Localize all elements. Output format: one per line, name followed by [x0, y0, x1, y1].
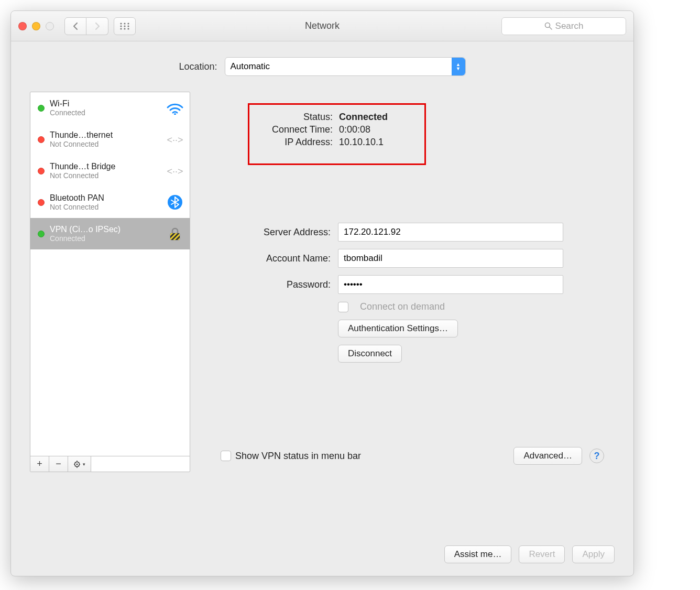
assist-me-button[interactable]: Assist me… — [444, 545, 512, 563]
interface-name: Thunde…thernet — [50, 130, 160, 140]
connect-on-demand-label: Connect on demand — [360, 301, 445, 312]
svg-point-9 — [545, 23, 550, 28]
svg-point-4 — [124, 25, 125, 27]
connect-time-value: 0:00:08 — [339, 124, 417, 135]
svg-rect-16 — [170, 233, 180, 240]
interface-status: Connected — [50, 234, 160, 243]
forward-button[interactable] — [86, 17, 108, 35]
zoom-window-button[interactable] — [46, 22, 54, 30]
svg-point-2 — [127, 23, 129, 24]
svg-point-5 — [127, 25, 129, 27]
bluetooth-icon — [166, 194, 184, 210]
interface-name: Thunde…t Bridge — [50, 162, 160, 171]
chevron-down-icon: ▾ — [83, 462, 85, 467]
account-name-label: Account Name: — [221, 253, 331, 264]
interface-status: Connected — [50, 108, 160, 117]
ethernet-icon: <··> — [166, 163, 184, 179]
svg-line-28 — [79, 462, 80, 463]
svg-point-11 — [174, 113, 176, 115]
status-dot-icon — [38, 199, 45, 206]
status-highlight-box: Status:Connected Connect Time:0:00:08 IP… — [248, 103, 426, 165]
location-select[interactable]: Automatic ▲▼ — [225, 57, 466, 76]
svg-line-26 — [79, 465, 80, 466]
status-value: Connected — [339, 112, 417, 123]
sidebar-footer: + − ▾ — [30, 456, 190, 472]
status-label: Status: — [257, 112, 333, 123]
add-interface-button[interactable]: + — [30, 456, 49, 472]
back-button[interactable] — [64, 17, 86, 35]
ethernet-icon: <··> — [166, 132, 184, 147]
password-label: Password: — [221, 279, 331, 290]
window-controls — [18, 22, 54, 30]
sidebar-item-vpn[interactable]: VPN (Ci…o IPSec) Connected — [30, 218, 190, 249]
ip-address-label: IP Address: — [257, 137, 333, 148]
search-icon — [544, 22, 552, 30]
sidebar-item-wifi[interactable]: Wi-Fi Connected — [30, 92, 190, 124]
sidebar-item-thunderbolt-ethernet[interactable]: Thunde…thernet Not Connected <··> — [30, 124, 190, 155]
status-dot-icon — [38, 168, 45, 174]
status-dot-icon — [38, 231, 45, 237]
close-window-button[interactable] — [18, 22, 27, 30]
location-row: Location: Automatic ▲▼ — [30, 57, 615, 76]
svg-point-3 — [120, 25, 122, 27]
connect-time-label: Connect Time: — [257, 124, 333, 135]
disconnect-button[interactable]: Disconnect — [338, 345, 402, 363]
ip-address-value: 10.10.10.1 — [339, 137, 417, 148]
connect-on-demand-checkbox[interactable] — [338, 302, 348, 312]
sidebar-item-bluetooth-pan[interactable]: Bluetooth PAN Not Connected — [30, 187, 190, 218]
interface-name: Bluetooth PAN — [50, 193, 160, 203]
window-title: Network — [305, 20, 340, 31]
advanced-button[interactable]: Advanced… — [513, 447, 582, 465]
footer-buttons: Assist me… Revert Apply — [444, 545, 615, 563]
columns: Wi-Fi Connected Thunde…thernet Not Conne… — [30, 92, 615, 472]
show-vpn-menubar-label: Show VPN status in menu bar — [235, 451, 361, 462]
svg-point-0 — [120, 23, 122, 24]
gear-icon — [73, 460, 82, 468]
search-field[interactable]: Search — [501, 17, 626, 35]
help-button[interactable]: ? — [589, 449, 604, 463]
network-window: Network Search Location: Automatic ▲▼ Wi… — [10, 10, 634, 576]
interface-name: Wi-Fi — [50, 99, 160, 108]
svg-line-27 — [75, 465, 76, 466]
svg-point-8 — [127, 28, 129, 29]
bottom-row: Show VPN status in menu bar Advanced… ? — [221, 447, 604, 465]
svg-line-10 — [550, 27, 552, 29]
minimize-window-button[interactable] — [32, 22, 40, 30]
revert-button[interactable]: Revert — [519, 545, 565, 563]
status-dot-icon — [38, 105, 45, 112]
password-input[interactable] — [338, 275, 563, 294]
sidebar-item-thunderbolt-bridge[interactable]: Thunde…t Bridge Not Connected <··> — [30, 155, 190, 187]
authentication-settings-button[interactable]: Authentication Settings… — [338, 320, 458, 337]
interface-status: Not Connected — [50, 171, 160, 180]
server-address-label: Server Address: — [221, 227, 331, 238]
interface-status: Not Connected — [50, 203, 160, 211]
interface-name: VPN (Ci…o IPSec) — [50, 225, 160, 234]
location-value: Automatic — [231, 61, 270, 72]
detail-pane: Status:Connected Connect Time:0:00:08 IP… — [200, 92, 615, 472]
remove-interface-button[interactable]: − — [49, 456, 68, 472]
account-name-input[interactable] — [338, 249, 563, 268]
interface-list: Wi-Fi Connected Thunde…thernet Not Conne… — [30, 92, 190, 456]
interface-options-button[interactable]: ▾ — [68, 456, 91, 472]
interface-status: Not Connected — [50, 140, 160, 148]
vpn-form: Server Address: Account Name: Password: … — [221, 223, 604, 363]
search-placeholder: Search — [555, 21, 584, 31]
window-body: Location: Automatic ▲▼ Wi-Fi Connected — [11, 41, 633, 483]
svg-point-7 — [124, 28, 125, 29]
svg-point-20 — [76, 463, 78, 465]
nav-buttons — [64, 17, 108, 35]
apply-button[interactable]: Apply — [572, 545, 615, 563]
show-vpn-menubar-checkbox[interactable] — [221, 451, 231, 461]
select-arrows-icon: ▲▼ — [452, 58, 465, 75]
location-label: Location: — [179, 61, 217, 72]
interface-sidebar: Wi-Fi Connected Thunde…thernet Not Conne… — [30, 92, 190, 472]
status-dot-icon — [38, 136, 45, 143]
svg-point-1 — [124, 23, 125, 24]
svg-text:<··>: <··> — [167, 166, 183, 177]
server-address-input[interactable] — [338, 223, 563, 242]
show-all-button[interactable] — [114, 17, 136, 35]
lock-icon — [166, 226, 184, 242]
svg-point-6 — [120, 28, 122, 29]
titlebar: Network Search — [11, 11, 633, 41]
svg-text:<··>: <··> — [167, 135, 183, 145]
